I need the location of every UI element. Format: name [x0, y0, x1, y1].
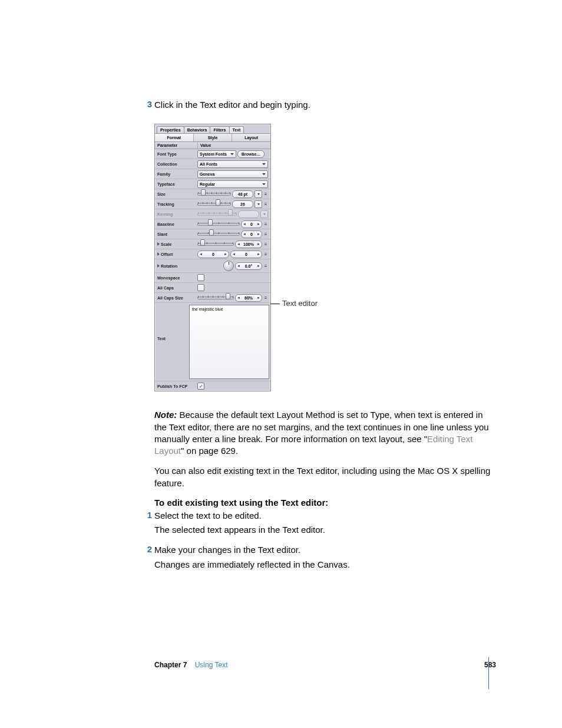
- browse-button[interactable]: Browse…: [237, 150, 265, 158]
- dropdown-icon: [230, 153, 234, 155]
- row-all-caps: All Caps: [155, 283, 270, 293]
- size-unit-dropdown[interactable]: [254, 190, 262, 198]
- animation-menu-icon[interactable]: ≡: [263, 263, 268, 269]
- scale-value[interactable]: ◄100%►: [235, 241, 262, 248]
- page-footer: Chapter 7 Using Text 583: [0, 661, 562, 669]
- slant-slider[interactable]: [197, 231, 240, 238]
- page-number: 583: [484, 661, 496, 669]
- all-caps-size-slider[interactable]: [197, 295, 234, 301]
- row-rotation: Rotation ◄0.0°► ≡: [155, 259, 270, 273]
- animation-menu-icon[interactable]: ≡: [263, 252, 268, 257]
- row-collection: Collection All Fonts: [155, 159, 270, 169]
- chapter-title: Using Text: [195, 661, 228, 669]
- step-2: 2 Make your changes in the Text editor.: [154, 544, 497, 556]
- disclosure-icon[interactable]: [157, 264, 160, 268]
- slant-value[interactable]: ◄0►: [241, 230, 262, 238]
- collection-select[interactable]: All Fonts: [197, 160, 268, 168]
- animation-menu-icon[interactable]: ≡: [263, 232, 268, 237]
- row-all-caps-size: All Caps Size ◄80%► ≡: [155, 293, 270, 303]
- step-3: 3 Click in the Text editor and begin typ…: [154, 99, 497, 111]
- row-scale: Scale ◄100%► ≡: [155, 239, 270, 249]
- tab-properties[interactable]: Properties: [157, 126, 184, 133]
- subtab-layout[interactable]: Layout: [232, 134, 270, 141]
- label-all-caps-size: All Caps Size: [155, 296, 197, 300]
- sub-tab-row: Format Style Layout: [155, 133, 270, 142]
- tracking-unit-dropdown[interactable]: [254, 200, 262, 208]
- baseline-value[interactable]: ◄0►: [241, 220, 262, 228]
- label-all-caps: All Caps: [155, 286, 197, 290]
- rotation-value[interactable]: ◄0.0°►: [235, 262, 262, 270]
- label-publish: Publish To FCP: [155, 384, 197, 388]
- size-slider[interactable]: [197, 191, 231, 197]
- offset-y-value[interactable]: ◄0►: [230, 251, 262, 258]
- row-offset: Offset ◄0► ◄0► ≡: [155, 249, 270, 259]
- tracking-value[interactable]: 26: [232, 200, 253, 208]
- callout-text-editor: Text editor: [282, 299, 318, 308]
- animation-menu-icon[interactable]: ≡: [263, 192, 268, 197]
- label-monospace: Monospace: [155, 276, 197, 280]
- typeface-value: Regular: [200, 182, 215, 186]
- note-paragraph: Note: Because the default text Layout Me…: [154, 409, 497, 457]
- row-text: Text the majestic blue: [155, 303, 270, 381]
- scale-slider[interactable]: [197, 241, 234, 248]
- animation-menu-icon[interactable]: ≡: [263, 295, 268, 301]
- note-body-b: " on page 629.: [181, 446, 238, 456]
- font-type-select[interactable]: System Fonts: [197, 150, 236, 158]
- subtab-style[interactable]: Style: [194, 134, 233, 141]
- label-baseline: Baseline: [155, 222, 197, 226]
- typeface-select[interactable]: Regular: [197, 180, 268, 188]
- kerning-slider: [197, 211, 237, 218]
- label-family: Family: [155, 172, 197, 176]
- all-caps-checkbox[interactable]: [197, 284, 204, 291]
- dropdown-icon: [262, 173, 266, 175]
- row-typeface: Typeface Regular: [155, 179, 270, 189]
- label-size: Size: [155, 192, 197, 196]
- tracking-slider[interactable]: [197, 201, 231, 207]
- monospace-checkbox[interactable]: [197, 274, 204, 281]
- dropdown-icon: [257, 203, 260, 205]
- family-select[interactable]: Geneva: [197, 170, 268, 178]
- publish-checkbox[interactable]: ✓: [197, 383, 204, 390]
- dropdown-icon: [257, 193, 260, 195]
- text-inspector-panel: Properties Behaviors Filters Text Format…: [154, 124, 271, 391]
- step-1: 1 Select the text to be edited.: [154, 510, 497, 522]
- label-scale: Scale: [155, 242, 197, 246]
- size-value[interactable]: 48 pt: [232, 190, 253, 198]
- chapter-label: Chapter 7: [154, 661, 187, 669]
- dropdown-icon: [262, 163, 266, 165]
- tab-behaviors[interactable]: Behaviors: [184, 126, 211, 133]
- tab-filters[interactable]: Filters: [210, 126, 229, 133]
- subtab-format[interactable]: Format: [155, 134, 194, 141]
- animation-menu-icon[interactable]: ≡: [263, 202, 268, 207]
- callout-leader: [270, 304, 280, 304]
- footer-rule: [488, 657, 489, 689]
- disclosure-icon[interactable]: [157, 242, 160, 246]
- offset-x-value[interactable]: ◄0►: [197, 251, 229, 258]
- all-caps-size-value[interactable]: ◄80%►: [235, 294, 262, 302]
- tab-text[interactable]: Text: [229, 126, 244, 133]
- heading-edit-existing: To edit existing text using the Text edi…: [154, 498, 497, 508]
- text-editor-field[interactable]: the majestic blue: [189, 305, 269, 379]
- row-kerning: Kerning: [155, 209, 270, 219]
- column-header-row: Parameter Value: [155, 142, 270, 149]
- step-text: Click in the Text editor and begin typin…: [154, 99, 310, 111]
- label-collection: Collection: [155, 162, 197, 166]
- disclosure-icon[interactable]: [157, 252, 160, 256]
- row-tracking: Tracking 26 ≡: [155, 199, 270, 209]
- label-tracking: Tracking: [155, 202, 197, 206]
- animation-menu-icon[interactable]: ≡: [263, 222, 268, 227]
- font-type-value: System Fonts: [200, 152, 227, 156]
- step-2-result: Changes are immediately reflected in the…: [154, 559, 497, 571]
- row-size: Size 48 pt ≡: [155, 189, 270, 199]
- step-text: Select the text to be edited.: [154, 510, 262, 522]
- step-1-result: The selected text appears in the Text ed…: [154, 524, 497, 536]
- header-parameter: Parameter: [155, 142, 198, 149]
- dropdown-icon: [263, 213, 266, 215]
- dropdown-icon: [262, 183, 266, 185]
- rotation-dial[interactable]: [223, 261, 234, 271]
- baseline-slider[interactable]: [197, 221, 240, 228]
- animation-menu-icon[interactable]: ≡: [263, 242, 268, 247]
- row-publish: Publish To FCP ✓: [155, 381, 270, 391]
- label-offset: Offset: [155, 252, 197, 256]
- main-tab-row: Properties Behaviors Filters Text: [155, 124, 270, 133]
